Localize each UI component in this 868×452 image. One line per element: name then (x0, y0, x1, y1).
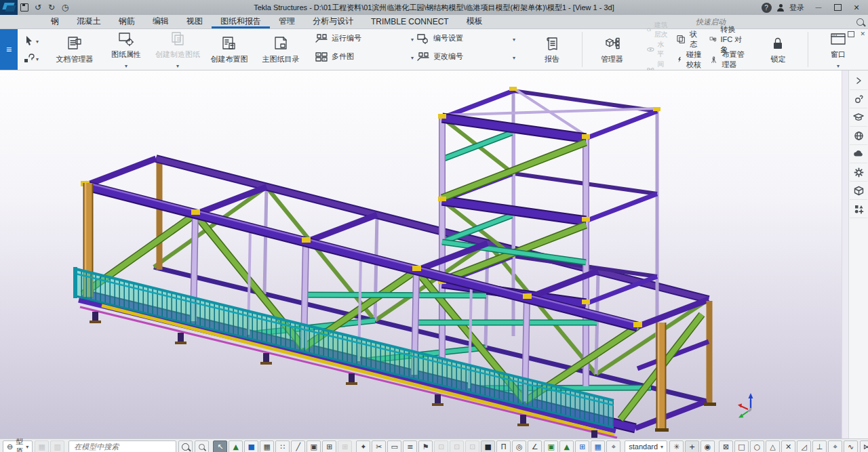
solid-icon[interactable]: ■ (481, 440, 495, 452)
model-3d-view[interactable] (0, 70, 848, 438)
master-drawing-catalog-button[interactable]: 主图纸目录 (255, 35, 307, 64)
settings-icon[interactable] (850, 163, 867, 182)
component-b-icon[interactable]: ⊡ (450, 440, 464, 452)
close-button[interactable] (848, 1, 865, 14)
snap-points-icon[interactable]: ⊠ (719, 440, 733, 452)
snap-perpendicular-icon[interactable]: ◿ (797, 440, 811, 452)
user-icon[interactable] (774, 1, 788, 14)
menu-tab-analysis-design[interactable]: 分析与设计 (304, 15, 362, 28)
menu-tab-template[interactable]: 模板 (458, 15, 492, 28)
tekla-campus-icon[interactable] (850, 108, 867, 127)
snap-origin-icon[interactable]: + (685, 440, 699, 452)
menu-tab-steel[interactable]: 钢 (42, 15, 68, 28)
select-grid-icon[interactable]: ▦ (260, 440, 274, 452)
search-icon[interactable] (856, 18, 864, 26)
login-button[interactable]: 登录 (789, 3, 804, 13)
snap-end-icon[interactable]: □ (734, 440, 749, 452)
view-close-button[interactable] (860, 30, 865, 37)
snap-visible-icon[interactable]: ◉ (701, 440, 715, 452)
fitting-icon[interactable]: ≡ (403, 440, 417, 452)
help-search-icon[interactable] (850, 90, 867, 108)
manager-button[interactable]: 管理器 (587, 35, 638, 64)
model-search-input[interactable] (73, 442, 172, 451)
status-button[interactable]: 状态 (676, 30, 701, 48)
minimize-button[interactable] (810, 1, 827, 14)
work-plane-a-icon[interactable]: ▦ (35, 440, 49, 452)
create-layout-drawing-button[interactable]: 创建布置图 (203, 35, 255, 64)
snap-midpoint-icon[interactable]: △ (766, 440, 780, 452)
tekla-online-icon[interactable] (850, 127, 867, 145)
model-objects-icon[interactable] (850, 182, 867, 200)
snap-nearest-icon[interactable]: ⌖ (828, 440, 842, 452)
inquire-tool-button[interactable] (24, 53, 39, 64)
snap-free-icon[interactable]: ✳ (669, 440, 684, 452)
model-canvas[interactable] (0, 70, 848, 438)
snap-profile-dropdown[interactable]: standard (625, 440, 667, 452)
component-c-icon[interactable]: ⊡ (465, 440, 479, 452)
render-image-icon[interactable]: ▣ (544, 440, 558, 452)
rectangle-icon[interactable]: ▭ (387, 440, 401, 452)
menu-tab-concrete[interactable]: 混凝土 (68, 15, 110, 28)
expand-panel-icon[interactable] (850, 72, 867, 90)
create-fabrication-drawing-button[interactable]: 创建制造图纸 (152, 30, 203, 69)
select-parts-icon[interactable]: ▲ (229, 440, 243, 452)
select-grid-planes-icon[interactable]: ⊞ (338, 440, 352, 452)
model-search-window-button[interactable] (195, 440, 209, 452)
model-search[interactable] (68, 440, 176, 452)
numbering-settings-button[interactable]: 编号设置 (416, 30, 518, 47)
snap-on-line-icon[interactable]: ⊥ (812, 440, 827, 452)
lock-button[interactable]: 锁定 (752, 35, 804, 64)
menu-tab-rebar[interactable]: 钢筋 (110, 15, 144, 28)
angle-icon[interactable]: ∠ (528, 440, 542, 452)
convert-ifc-button[interactable]: 转换 IFC 对象 (709, 30, 744, 48)
layout-manager-button[interactable]: 布置管理器 (709, 51, 744, 68)
assembly-drawing-button[interactable]: 多件图 (315, 48, 416, 66)
document-manager-button[interactable]: 文档管理器 (49, 35, 100, 64)
maximize-button[interactable] (829, 1, 846, 14)
snap-center-icon[interactable]: ○ (750, 440, 764, 452)
model-origin-dropdown[interactable]: ⊖ 模型原点 (3, 440, 33, 452)
menu-tab-trimble-connect[interactable]: TRIMBLE CONNECT (362, 15, 458, 28)
snap-any-icon[interactable]: ∿ (844, 440, 858, 452)
view-eye-icon[interactable]: ◎ (512, 440, 526, 452)
profile-icon[interactable]: Π (496, 440, 511, 452)
report-button[interactable]: 报告 (526, 35, 578, 64)
work-plane-b-icon[interactable]: ▥ (50, 440, 64, 452)
select-plates-icon[interactable]: ⊞ (322, 440, 336, 452)
menu-tab-edit[interactable]: 编辑 (144, 15, 178, 28)
clash-check-button[interactable]: 碰撞校核 (676, 51, 701, 68)
flag-icon[interactable]: ⚑ (418, 440, 433, 452)
file-menu-button[interactable] (0, 29, 18, 70)
select-points-icon[interactable]: ∷ (275, 440, 290, 452)
model-search-button[interactable] (178, 440, 193, 452)
drawing-properties-button[interactable]: 图纸属性 (100, 30, 152, 69)
history-icon[interactable] (58, 1, 72, 14)
grid-view-a-icon[interactable]: ⊞ (575, 440, 589, 452)
applications-components-icon[interactable] (850, 200, 867, 218)
select-components-icon[interactable]: ▣ (307, 440, 321, 452)
save-icon[interactable] (18, 1, 31, 14)
snap-search-icon[interactable]: ⌖ (606, 440, 620, 452)
change-numbering-button[interactable]: 更改编号 (416, 48, 518, 66)
redo-icon[interactable] (45, 1, 58, 14)
quick-launch-input[interactable] (694, 17, 852, 26)
run-numbering-button[interactable]: 运行编号 (315, 30, 416, 47)
menu-tab-drawings-reports[interactable]: 图纸和报告 (212, 15, 270, 28)
cut-icon[interactable]: ✂ (372, 440, 386, 452)
menu-tab-view[interactable]: 视图 (178, 15, 212, 28)
select-cursor-icon[interactable]: ↖ (213, 440, 227, 452)
undo-icon[interactable] (31, 1, 45, 14)
select-tool-button[interactable] (24, 35, 39, 46)
view-restore-button[interactable] (848, 31, 854, 37)
menu-tab-manage[interactable]: 管理 (270, 15, 304, 28)
grid-view-b-icon[interactable]: ▦ (591, 440, 605, 452)
snap-extension-icon[interactable]: ⋈ (860, 440, 868, 452)
cloud-share-icon[interactable] (850, 145, 867, 163)
snap-intersection-icon[interactable]: ✕ (781, 440, 795, 452)
spray-icon[interactable]: ✦ (356, 440, 370, 452)
help-icon[interactable] (760, 1, 773, 14)
render-parts-icon[interactable]: ▲ (559, 440, 574, 452)
component-a-icon[interactable]: ⊡ (434, 440, 448, 452)
select-surfaces-icon[interactable]: ■ (244, 440, 258, 452)
select-lines-icon[interactable]: ╱ (291, 440, 305, 452)
